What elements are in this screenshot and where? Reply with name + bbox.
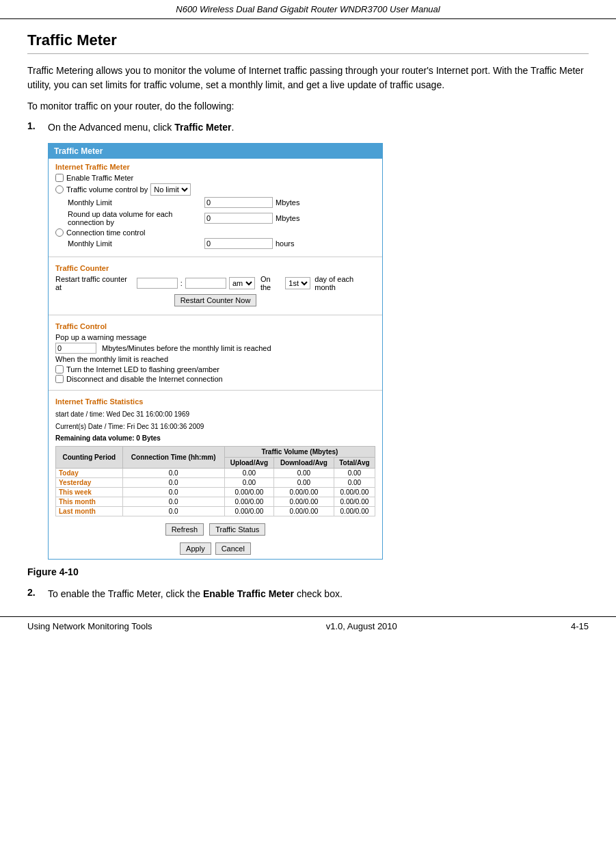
turn-led-checkbox[interactable] <box>55 365 64 373</box>
traffic-control-title: Traffic Control <box>55 322 375 330</box>
apply-button[interactable]: Apply <box>180 542 211 555</box>
traffic-status-button[interactable]: Traffic Status <box>209 523 265 536</box>
conn-monthly-limit-input[interactable] <box>204 238 273 249</box>
upload-cell: 0.00/0.00 <box>224 497 273 507</box>
page-header: N600 Wireless Dual Band Gigabit Router W… <box>0 0 616 19</box>
download-cell: 0.00 <box>274 469 334 478</box>
upload-cell: 0.00/0.00 <box>224 488 273 497</box>
total-cell: 0.00/0.00 <box>334 507 375 516</box>
traffic-control-section: Traffic Control Pop up a warning message… <box>49 318 382 387</box>
col-download-header: Download/Avg <box>274 458 334 469</box>
conn-monthly-limit-label: Monthly Limit <box>68 239 204 248</box>
step2-bold: Enable Traffic Meter <box>203 588 294 599</box>
round-up-label: Round up data volume for each connection… <box>68 210 204 226</box>
page-footer: Using Network Monitoring Tools v1.0, Aug… <box>0 616 616 635</box>
conn-time-cell: 0.0 <box>122 478 224 488</box>
col-total-header: Total/Avg <box>334 458 375 469</box>
restart-counter-now-button[interactable]: Restart Counter Now <box>174 294 257 306</box>
table-row: Today 0.0 0.00 0.00 0.00 <box>56 469 375 478</box>
step1-body: On the Advanced menu, click Traffic Mete… <box>48 120 589 135</box>
restart-counter-row: Restart traffic counter at : am On the 1… <box>55 275 375 291</box>
footer-right: 4-15 <box>571 621 589 631</box>
period-cell: This week <box>56 488 123 497</box>
upload-cell: 0.00 <box>224 469 273 478</box>
connection-time-row: Connection time control <box>55 228 375 237</box>
traffic-counter-section: Traffic Counter Restart traffic counter … <box>49 260 382 312</box>
step2-body: To enable the Traffic Meter, click the E… <box>48 587 589 601</box>
restart-min-input[interactable] <box>185 278 226 289</box>
conn-time-cell: 0.0 <box>122 469 224 478</box>
when-monthly-label: When the monthly limit is reached <box>55 355 168 363</box>
restart-counter-label: Restart traffic counter at <box>55 275 134 291</box>
download-cell: 0.00 <box>274 478 334 488</box>
stats-table: Counting Period Connection Time (hh:mm) … <box>55 446 375 516</box>
table-row: Yesterday 0.0 0.00 0.00 0.00 <box>56 478 375 488</box>
remaining-label: Remaining data volume: 0 Bytes <box>55 433 375 443</box>
footer-center: v1.0, August 2010 <box>152 621 571 631</box>
round-up-input[interactable] <box>204 213 273 224</box>
cancel-button[interactable]: Cancel <box>215 542 251 555</box>
refresh-button[interactable]: Refresh <box>165 523 204 536</box>
header-title: N600 Wireless Dual Band Gigabit Router W… <box>176 4 440 14</box>
day-select[interactable]: 1st <box>285 277 310 289</box>
restart-hour-input[interactable] <box>137 278 178 289</box>
download-cell: 0.00/0.00 <box>274 507 334 516</box>
period-cell: Yesterday <box>56 478 123 488</box>
warning-value-input[interactable] <box>55 343 96 354</box>
col-traffic-volume-header: Traffic Volume (Mbytes) <box>224 447 375 458</box>
monthly-limit-unit: Mbytes <box>276 198 299 207</box>
ui-box-title: Traffic Meter <box>49 144 382 159</box>
col-conn-time-header: Connection Time (hh:mm) <box>122 447 224 469</box>
total-cell: 0.00/0.00 <box>334 488 375 497</box>
total-cell: 0.00 <box>334 469 375 478</box>
upload-cell: 0.00 <box>224 478 273 488</box>
enable-traffic-meter-row: Enable Traffic Meter <box>55 174 375 182</box>
restart-counter-now-wrapper: Restart Counter Now <box>55 294 375 306</box>
step1-prefix: On the Advanced menu, click <box>48 122 174 133</box>
intro-paragraph: Traffic Metering allows you to monitor t… <box>27 64 589 92</box>
am-pm-select[interactable]: am <box>229 277 255 289</box>
period-cell: Last month <box>56 507 123 516</box>
colon-sep: : <box>180 279 183 287</box>
upload-cell: 0.00/0.00 <box>224 507 273 516</box>
conn-monthly-limit-row: Monthly Limit hours <box>68 238 375 249</box>
step1-suffix: . <box>231 122 234 133</box>
figure-caption: Figure 4-10 <box>27 566 589 577</box>
step2-prefix: To enable the Traffic Meter, click the <box>48 588 203 599</box>
traffic-volume-radio[interactable] <box>55 185 64 194</box>
step2-suffix: check box. <box>294 588 343 599</box>
current-date-label: Current(s) Date / Time: Fri Dec 31 16:00… <box>55 421 375 433</box>
internet-traffic-meter-title: Internet Traffic Meter <box>55 163 375 171</box>
step2-number: 2. <box>27 587 48 598</box>
enable-traffic-meter-label: Enable Traffic Meter <box>66 174 133 182</box>
period-cell: This month <box>56 497 123 507</box>
connection-time-radio[interactable] <box>55 228 64 237</box>
popup-warning-label: Pop up a warning message <box>55 333 146 341</box>
connection-time-label: Connection time control <box>66 228 146 237</box>
table-row: This week 0.0 0.00/0.00 0.00/0.00 0.00/0… <box>56 488 375 497</box>
disconnect-checkbox[interactable] <box>55 375 64 383</box>
monthly-limit-row: Monthly Limit Mbytes <box>68 197 375 208</box>
monthly-limit-label: Monthly Limit <box>68 198 204 207</box>
enable-traffic-meter-checkbox[interactable] <box>55 174 64 182</box>
start-date-label: start date / time: Wed Dec 31 16:00:00 1… <box>55 408 375 421</box>
conn-time-cell: 0.0 <box>122 497 224 507</box>
monthly-limit-input[interactable] <box>204 197 273 208</box>
round-up-unit: Mbytes <box>276 214 299 222</box>
step1-bold: Traffic Meter <box>174 122 231 133</box>
period-cell: Today <box>56 469 123 478</box>
internet-traffic-stats-title: Internet Traffic Statistics <box>55 397 375 406</box>
round-up-row: Round up data volume for each connection… <box>68 210 375 226</box>
traffic-meter-ui-box: Traffic Meter Internet Traffic Meter Ena… <box>48 143 383 560</box>
col-period-header: Counting Period <box>56 447 123 469</box>
traffic-volume-label: Traffic volume control by <box>66 185 148 194</box>
no-limit-select[interactable]: No limit <box>150 183 191 196</box>
page-title: Traffic Meter <box>27 31 589 54</box>
disconnect-label: Disconnect and disable the Internet conn… <box>66 375 223 383</box>
conn-monthly-limit-unit: hours <box>276 239 295 248</box>
disconnect-row: Disconnect and disable the Internet conn… <box>55 375 375 383</box>
when-monthly-label-row: When the monthly limit is reached <box>55 355 375 363</box>
internet-traffic-stats-section: Internet Traffic Statistics start date /… <box>49 393 382 519</box>
traffic-counter-title: Traffic Counter <box>55 264 375 272</box>
turn-led-row: Turn the Internet LED to flashing green/… <box>55 365 375 373</box>
